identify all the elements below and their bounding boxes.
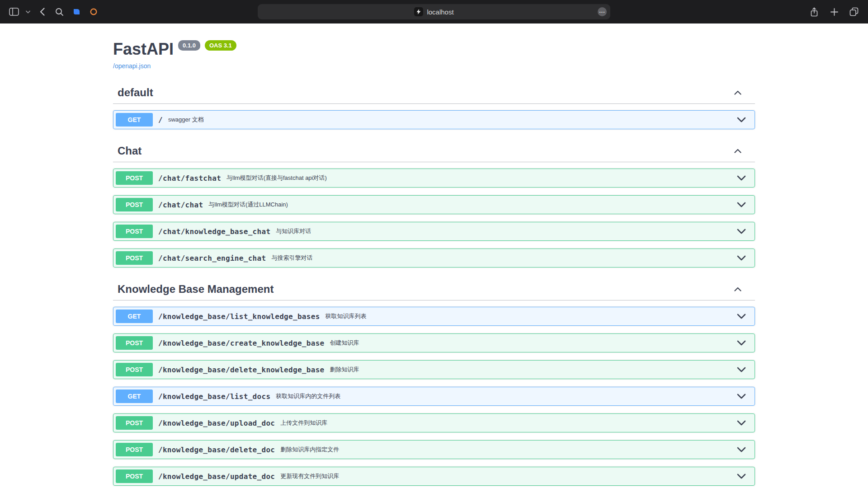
operation-path: /knowledge_base/delete_doc — [158, 446, 275, 454]
http-method-badge: POST — [116, 416, 153, 430]
collapse-section-button[interactable] — [732, 146, 743, 156]
collapse-section-button[interactable] — [732, 88, 743, 98]
operation-summary: 与搜索引擎对话 — [271, 254, 312, 262]
operation-row[interactable]: POST /chat/search_engine_chat 与搜索引擎对话 — [113, 249, 755, 267]
operation-summary: 更新现有文件到知识库 — [280, 472, 339, 480]
http-method-badge: GET — [116, 310, 153, 323]
expand-operation-button[interactable] — [735, 445, 748, 454]
operation-summary: 删除知识库内指定文件 — [280, 446, 339, 454]
section-header[interactable]: Knowledge Base Management — [113, 280, 755, 300]
swagger-page: FastAPI 0.1.0 OAS 3.1 /openapi.json defa… — [0, 23, 868, 488]
expand-operation-button[interactable] — [735, 312, 748, 321]
operation-path: /chat/chat — [158, 201, 203, 209]
extension-orange-icon — [90, 8, 98, 16]
operation-summary: 与llm模型对话(通过LLMChain) — [208, 201, 288, 209]
http-method-badge: GET — [116, 113, 153, 127]
back-button[interactable] — [35, 5, 49, 19]
share-icon — [810, 7, 818, 17]
expand-operation-button[interactable] — [735, 115, 748, 124]
collapse-section-button[interactable] — [732, 284, 743, 295]
section-title: Chat — [113, 145, 142, 157]
chevron-down-icon — [737, 202, 746, 207]
expand-operation-button[interactable] — [735, 338, 748, 347]
tag-section-default: default GET / swagger 文档 — [113, 84, 755, 129]
chevron-down-icon — [737, 255, 746, 261]
api-info: FastAPI 0.1.0 OAS 3.1 /openapi.json — [113, 40, 755, 70]
operation-summary: 创建知识库 — [330, 339, 359, 347]
section-header[interactable]: Chat — [113, 142, 755, 162]
operation-row[interactable]: POST /chat/knowledge_base_chat 与知识库对话 — [113, 222, 755, 241]
url-bar[interactable]: localhost ... — [258, 4, 610, 19]
sidebar-toggle-button[interactable] — [7, 5, 21, 19]
tab-overview-button[interactable] — [847, 5, 861, 19]
operation-row[interactable]: GET /knowledge_base/list_docs 获取知识库内的文件列… — [113, 387, 755, 406]
http-method-badge: POST — [116, 443, 153, 456]
operation-summary: 获取知识库内的文件列表 — [276, 392, 340, 400]
http-method-badge: POST — [116, 363, 153, 376]
operation-summary: 获取知识库列表 — [326, 312, 367, 320]
url-text: localhost — [427, 8, 453, 16]
share-button[interactable] — [807, 5, 821, 19]
operation-path: /knowledge_base/create_knowledge_base — [158, 339, 325, 347]
tab-overview-icon — [849, 7, 859, 16]
operation-summary: swagger 文档 — [168, 116, 204, 124]
extension-blue-icon — [72, 8, 80, 16]
more-options-icon[interactable]: ... — [598, 7, 607, 16]
oas-badge: OAS 3.1 — [205, 40, 236, 51]
expand-operation-button[interactable] — [735, 227, 748, 236]
browser-toolbar: localhost ... — [0, 0, 868, 23]
operation-path: /knowledge_base/delete_knowledge_base — [158, 366, 325, 374]
chevron-down-icon — [737, 394, 746, 399]
sidebar-menu-button[interactable] — [24, 5, 32, 19]
expand-operation-button[interactable] — [735, 253, 748, 263]
operation-row[interactable]: POST /knowledge_base/create_knowledge_ba… — [113, 333, 755, 352]
operation-row[interactable]: POST /chat/chat 与llm模型对话(通过LLMChain) — [113, 195, 755, 214]
http-method-badge: POST — [116, 251, 153, 265]
operation-path: /knowledge_base/list_knowledge_bases — [158, 312, 320, 321]
operation-row[interactable]: GET /knowledge_base/list_knowledge_bases… — [113, 307, 755, 326]
api-title-text: FastAPI — [113, 40, 174, 59]
section-title: default — [113, 86, 153, 99]
http-method-badge: POST — [116, 336, 153, 350]
chevron-down-icon — [737, 175, 746, 181]
http-method-badge: GET — [116, 389, 153, 403]
operation-row[interactable]: POST /knowledge_base/upload_doc 上传文件到知识库 — [113, 413, 755, 432]
section-header[interactable]: default — [113, 84, 755, 104]
expand-operation-button[interactable] — [735, 472, 748, 481]
expand-operation-button[interactable] — [735, 200, 748, 209]
expand-operation-button[interactable] — [735, 174, 748, 183]
http-method-badge: POST — [116, 171, 153, 185]
chevron-down-icon — [737, 474, 746, 479]
operation-path: / — [158, 116, 163, 124]
plus-icon — [830, 8, 838, 16]
operation-row[interactable]: GET / swagger 文档 — [113, 110, 755, 129]
chevron-up-icon — [734, 90, 741, 95]
expand-operation-button[interactable] — [735, 365, 748, 374]
operation-row[interactable]: POST /knowledge_base/delete_knowledge_ba… — [113, 360, 755, 379]
chevron-down-icon — [737, 229, 746, 234]
new-tab-button[interactable] — [827, 5, 841, 19]
openapi-spec-link[interactable]: /openapi.json — [113, 62, 151, 70]
operation-row[interactable]: POST /knowledge_base/update_doc 更新现有文件到知… — [113, 467, 755, 486]
version-badge: 0.1.0 — [178, 40, 200, 51]
extension-blue-button[interactable] — [70, 5, 83, 19]
back-arrow-icon — [40, 8, 45, 16]
http-method-badge: POST — [116, 225, 153, 238]
section-title: Knowledge Base Management — [113, 283, 274, 296]
operation-row[interactable]: POST /knowledge_base/delete_doc 删除知识库内指定… — [113, 440, 755, 459]
chevron-up-icon — [734, 287, 741, 291]
http-method-badge: POST — [116, 198, 153, 211]
chevron-down-icon — [737, 367, 746, 372]
operation-row[interactable]: POST /chat/fastchat 与llm模型对话(直接与fastchat… — [113, 169, 755, 188]
operation-path: /chat/knowledge_base_chat — [158, 227, 270, 236]
expand-operation-button[interactable] — [735, 418, 748, 427]
chevron-down-icon — [737, 314, 746, 319]
operation-summary: 与知识库对话 — [276, 227, 311, 235]
expand-operation-button[interactable] — [735, 392, 748, 401]
operations-list: default GET / swagger 文档 Chat — [113, 84, 755, 488]
search-button[interactable] — [52, 5, 66, 19]
operation-path: /knowledge_base/list_docs — [158, 392, 270, 401]
chevron-down-icon — [737, 420, 746, 426]
search-icon — [55, 8, 64, 16]
extension-orange-button[interactable] — [87, 5, 100, 19]
